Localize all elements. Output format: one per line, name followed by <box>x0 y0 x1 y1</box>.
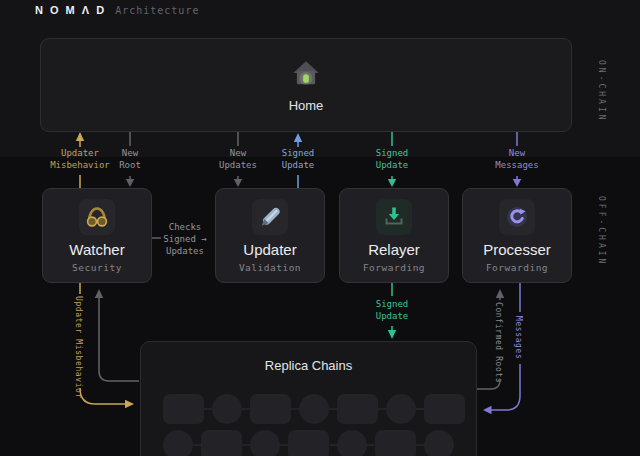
watcher-title: Watcher <box>69 241 124 258</box>
chain-block <box>424 394 465 424</box>
header: N O M Λ D Architecture <box>35 4 199 16</box>
chain-block <box>250 394 291 424</box>
home-node: Home <box>40 38 572 132</box>
relayer-title: Relayer <box>368 241 420 258</box>
glasses-icon <box>79 199 115 235</box>
edge-label-new-messages: New Messages <box>481 147 553 171</box>
edge-label-updater-misbehavior-bottom: Updater Misbehavior <box>74 296 83 399</box>
edge-label-messages: Messages <box>514 316 523 359</box>
processer-subtitle: Forwarding <box>486 262 548 273</box>
chain-block <box>375 430 416 456</box>
updater-subtitle: Validation <box>239 262 301 273</box>
home-icon <box>291 58 321 92</box>
relayer-subtitle: Forwarding <box>363 262 425 273</box>
off-chain-section-label: OFF-CHAIN <box>597 196 606 266</box>
chain-block <box>201 430 242 456</box>
chain-node <box>386 394 416 424</box>
relayer-node: Relayer Forwarding <box>339 188 449 283</box>
nomad-architecture-diagram: N O M Λ D Architecture ON-CHAIN OFF-CHAI… <box>0 0 640 456</box>
processer-title: Processer <box>483 241 551 258</box>
edge-replica-to-watcher <box>95 289 139 381</box>
updater-node: Updater Validation <box>215 188 325 283</box>
chain-block <box>163 394 204 424</box>
edge-label-checks-signed-updates: Checks Signed → Updates <box>161 221 209 257</box>
edge-label-confirmed-roots: Confirmed Roots <box>494 302 503 383</box>
page-title: Architecture <box>115 5 199 16</box>
chain-row <box>141 430 476 456</box>
replica-chains-title: Replica Chains <box>141 358 476 373</box>
edge-label-signed-update-up: Signed Update <box>262 147 334 171</box>
chain-node <box>163 430 193 456</box>
watcher-subtitle: Security <box>72 262 122 273</box>
refresh-icon <box>499 199 535 235</box>
updater-title: Updater <box>243 241 296 258</box>
watcher-node: Watcher Security <box>42 188 152 283</box>
chain-node <box>299 394 329 424</box>
chain-row <box>141 394 476 424</box>
chain-block <box>337 394 378 424</box>
edge-updater-misbehavior-to-replica <box>80 283 134 408</box>
chain-node <box>337 430 367 456</box>
brand-logo: N O M Λ D <box>35 4 106 16</box>
inbox-arrow-icon <box>376 199 412 235</box>
chain-node <box>424 430 454 456</box>
edge-label-new-root: New Root <box>106 147 154 171</box>
chain-block <box>288 430 329 456</box>
on-chain-section-label: ON-CHAIN <box>597 60 606 123</box>
pen-icon <box>252 199 288 235</box>
processer-node: Processer Forwarding <box>462 188 572 283</box>
chain-node <box>250 430 280 456</box>
replica-chains-node: Replica Chains <box>140 341 477 456</box>
home-node-label: Home <box>289 98 324 113</box>
edge-label-new-updates: New Updates <box>214 147 262 171</box>
chain-node <box>212 394 242 424</box>
edge-label-signed-update-down: Signed Update <box>356 147 428 171</box>
edge-label-signed-update-bottom: Signed Update <box>356 298 428 322</box>
